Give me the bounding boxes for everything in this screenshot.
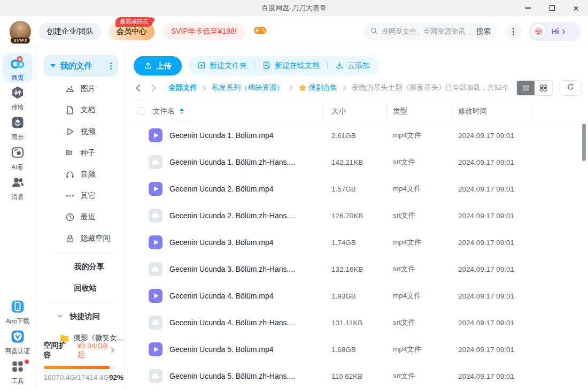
svip-promo-button[interactable]: SVIP年卡低至¥198! (163, 23, 245, 40)
messages-icon (10, 175, 25, 192)
storage-usage-text: 16070.4G/17414.4G92% (44, 373, 115, 381)
assistant-button[interactable]: Hi (529, 22, 581, 41)
subtitle-file-icon (149, 209, 163, 223)
others-icon (65, 191, 75, 201)
file-name-cell: Gecenin Ucunda 4. Bölüm.mp4 (137, 289, 331, 303)
rail-top-group: 首页 传输 同步 AI看 消息 (3, 53, 33, 203)
file-time: 2024.09.17 09:01 (458, 132, 588, 140)
rail-item-app-download[interactable]: App下载 (3, 297, 33, 327)
sidebar-item-recycle-bin[interactable]: 回收站 (36, 278, 124, 299)
sync-icon (10, 115, 25, 132)
new-online-doc-button[interactable]: 新建在线文档 (262, 61, 320, 71)
file-name-cell: Gecenin Ucunda 5. Bölüm.mp4 (137, 342, 331, 356)
sidebar-category-torrent[interactable]: Bt 种子 (36, 142, 124, 164)
file-name-cell: Gecenin Ucunda 4. Bölüm.zh-Hans.... (137, 316, 331, 330)
file-time: 2024.09.17 09:01 (458, 239, 588, 247)
sidebar-category-document[interactable]: 文档 (36, 100, 124, 121)
column-header-size: 大小 (331, 106, 393, 116)
file-row[interactable]: Gecenin Ucunda 2. Bölüm.mp4 1.57GB mp4文件… (125, 175, 588, 202)
rail-item-ai-view[interactable]: AI看 (3, 143, 33, 173)
file-row[interactable]: Gecenin Ucunda 1. Bölüm.mp4 2.61GB mp4文件… (125, 122, 588, 149)
rail-item-home[interactable]: 首页 (3, 53, 33, 83)
search-button[interactable]: 搜索 (476, 27, 491, 36)
recent-icon (65, 212, 75, 222)
create-team-button[interactable]: 创建企业/团队 (38, 23, 102, 40)
upload-button[interactable]: 上传 (134, 56, 182, 75)
column-header-name: 文件名 (153, 106, 175, 116)
breadcrumb-item[interactable]: 私发系列（稀缺资源） (212, 83, 284, 93)
sidebar-item-my-files[interactable]: 我的文件 (44, 55, 118, 77)
quick-access-label: 快捷访问 (70, 312, 100, 322)
rail-bottom-group: App下载 网盘认证 工具 (3, 297, 33, 387)
forward-button[interactable] (149, 83, 158, 93)
file-size: 1.93GB (331, 292, 393, 300)
cloud-add-button[interactable]: 云添加 (335, 61, 370, 71)
rail-item-label: 工具 (11, 377, 24, 385)
file-size: 126.70KB (331, 212, 393, 220)
sidebar: 我的文件 图片 文档 视频 Bt 种子 音频 其它 最近 隐藏空间 我的分享 回… (36, 47, 125, 390)
list-view-button[interactable] (517, 81, 535, 95)
breadcrumb-item[interactable]: 俄剧合集 (298, 83, 337, 93)
file-name: Gecenin Ucunda 3. Bölüm.zh-Hans.... (169, 265, 295, 273)
sidebar-category-others[interactable]: 其它 (36, 185, 124, 207)
more-menu-button[interactable] (505, 23, 522, 40)
rail-item-messages[interactable]: 消息 (3, 173, 33, 203)
file-row[interactable]: Gecenin Ucunda 3. Bölüm.zh-Hans.... 132.… (125, 256, 588, 282)
cloud-add-icon (335, 61, 344, 71)
game-center-button[interactable] (253, 25, 267, 37)
sidebar-category-video[interactable]: 视频 (36, 121, 124, 142)
close-button[interactable]: × (564, 0, 588, 16)
file-row[interactable]: Gecenin Ucunda 2. Bölüm.zh-Hans.... 126.… (125, 202, 588, 229)
sort-icon[interactable] (180, 108, 184, 114)
file-row[interactable]: Gecenin Ucunda 3. Bölüm.mp4 1.74GB mp4文件… (125, 229, 588, 256)
file-row[interactable]: Gecenin Ucunda 4. Bölüm.zh-Hans.... 131.… (125, 309, 588, 336)
sidebar-item-my-share[interactable]: 我的分享 (36, 256, 124, 278)
file-type: mp4文件 (393, 131, 458, 140)
table-header: 文件名 大小 类型 修改时间 (125, 101, 588, 122)
sidebar-category-recent[interactable]: 最近 (36, 207, 124, 228)
select-all-checkbox[interactable] (137, 107, 145, 115)
file-time: 2024.09.17 09:01 (458, 185, 588, 193)
new-folder-button[interactable]: 新建文件夹 (197, 61, 247, 71)
video-file-icon (149, 128, 163, 142)
my-files-menu-icon[interactable] (110, 63, 112, 70)
breadcrumb-separator-icon (342, 85, 347, 91)
file-row[interactable]: Gecenin Ucunda 4. Bölüm.mp4 1.93GB mp4文件… (125, 282, 588, 309)
maximize-button[interactable] (540, 0, 564, 16)
chevron-right-icon (561, 29, 567, 35)
file-row[interactable]: Gecenin Ucunda 5. Bölüm.zh-Hans.... 110.… (125, 363, 588, 389)
breadcrumb-item[interactable]: 全部文件 (168, 83, 197, 93)
rail-item-label: 首页 (11, 74, 24, 82)
minimize-button[interactable] (516, 0, 540, 16)
sidebar-category-image[interactable]: 图片 (36, 78, 124, 100)
file-name-cell: Gecenin Ucunda 2. Bölüm.mp4 (137, 182, 331, 196)
user-avatar[interactable]: SVIP8 (10, 21, 31, 42)
storage-expand-link[interactable]: ¥0.04/GB起 (78, 342, 115, 360)
breadcrumb: 全部文件私发系列（稀缺资源）俄剧合集夜晚的尽头土剧《黑夜尽头》 (168, 83, 446, 93)
sidebar-item-quick-access[interactable]: 快捷访问 (36, 306, 124, 327)
search-icon (370, 27, 378, 37)
file-time: 2024.09.17 09:01 (458, 346, 588, 354)
rail-item-tools[interactable]: 工具 (3, 357, 33, 387)
rail-item-transfer[interactable]: 传输 (3, 83, 33, 113)
file-list: Gecenin Ucunda 1. Bölüm.mp4 2.61GB mp4文件… (125, 122, 588, 389)
divider (254, 62, 255, 70)
member-center-button[interactable]: 最高减65元 会员中心 (109, 23, 154, 40)
rail-item-label: 同步 (11, 133, 24, 141)
refresh-button[interactable] (560, 80, 582, 96)
file-size: 131.11KB (331, 319, 393, 327)
scrollbar-thumb[interactable] (582, 124, 586, 161)
column-header-time: 修改时间 (458, 106, 588, 116)
rail-item-disk-verify[interactable]: 网盘认证 (3, 327, 33, 357)
file-row[interactable]: Gecenin Ucunda 1. Bölüm.zh-Hans.... 142.… (125, 149, 588, 175)
grid-view-button[interactable] (535, 81, 552, 95)
back-button[interactable] (134, 83, 143, 93)
search-input[interactable]: 搜网盘文件、全网资源资讯 搜索 (363, 23, 497, 40)
sidebar-category-hidden[interactable]: 隐藏空间 (36, 228, 124, 249)
file-type: mp4文件 (393, 291, 458, 301)
file-row[interactable]: Gecenin Ucunda 5. Bölüm.mp4 1.68GB mp4文件… (125, 336, 588, 363)
sidebar-category-audio[interactable]: 音频 (36, 164, 124, 185)
rail-item-sync[interactable]: 同步 (3, 113, 33, 143)
storage-progress-bar (44, 366, 115, 369)
file-name-cell: Gecenin Ucunda 2. Bölüm.zh-Hans.... (137, 209, 331, 223)
